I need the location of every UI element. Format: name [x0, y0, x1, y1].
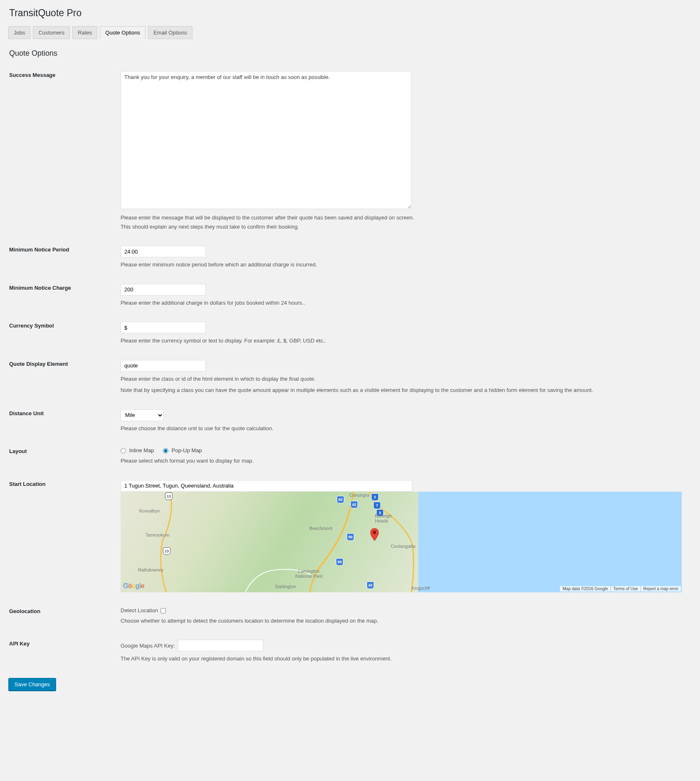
map-place-rathdowney: Rathdowney [138, 567, 163, 572]
api-key-input[interactable] [178, 640, 263, 651]
tab-customers[interactable]: Customers [33, 26, 70, 39]
min-notice-period-input[interactable] [121, 246, 206, 257]
label-distance-unit: Distance Unit [8, 405, 121, 443]
map-place-coolangatta: Coolangatta [391, 544, 415, 549]
google-logo: Google [123, 582, 145, 590]
map-place-darlington: Darlington [275, 584, 296, 589]
layout-inline-label[interactable]: Inline Map [121, 447, 155, 453]
geolocation-checkbox-label: Detect Location [121, 607, 158, 613]
label-min-notice-period: Minimum Notice Period [8, 241, 121, 280]
map-place-burleigh: Burleigh Heads [375, 513, 392, 523]
label-start-location: Start Location [8, 476, 121, 603]
success-message-textarea[interactable] [121, 71, 412, 209]
map-preview[interactable]: 60 42 2 7 3 99 99 42 13 13 Kooralbyn Tam… [121, 492, 682, 592]
layout-inline-radio[interactable] [121, 448, 126, 453]
quote-display-element-input[interactable] [121, 360, 206, 372]
label-min-notice-charge: Minimum Notice Charge [8, 280, 121, 318]
map-marker-icon [370, 528, 379, 541]
map-place-kooralbyn: Kooralbyn [139, 508, 160, 513]
tab-rates[interactable]: Rates [72, 26, 97, 39]
label-success-message: Success Message [8, 67, 121, 241]
page-title: TransitQuote Pro [9, 7, 692, 19]
save-changes-button[interactable]: Save Changes [8, 678, 56, 691]
desc-min-notice-period: Please enter minimum notice period befor… [121, 261, 688, 269]
nav-tabs: Jobs Customers Rates Quote Options Email… [8, 26, 692, 39]
label-api-key: API Key [8, 636, 121, 674]
currency-symbol-input[interactable] [121, 322, 206, 333]
layout-radio-group: Inline Map Pop-Up Map [121, 447, 688, 453]
api-key-inline-label: Google Maps API Key: [121, 643, 175, 649]
desc-min-notice-charge: Please enter the additional charge in do… [121, 299, 688, 307]
map-place-tamrookum: Tamrookum [145, 532, 169, 537]
desc-geolocation: Choose whether to attempt to detect the … [121, 617, 688, 625]
map-credits-data: Map data ©2016 Google [560, 586, 610, 591]
label-geolocation: Geolocation [8, 603, 121, 636]
map-credits-terms[interactable]: Terms of Use [611, 586, 641, 591]
distance-unit-select[interactable]: Mile [121, 409, 164, 421]
map-place-canungra: Canungra [349, 493, 369, 498]
desc-distance-unit: Please choose the distance unit to use f… [121, 424, 688, 433]
layout-popup-radio[interactable] [163, 448, 168, 453]
map-place-beechmont: Beechmont [309, 526, 333, 531]
desc-success-message-2: This should explain any next steps they … [121, 223, 688, 231]
layout-popup-text: Pop-Up Map [172, 447, 202, 453]
desc-api-key: The API Key is only valid on your regist… [121, 655, 688, 663]
svg-point-0 [373, 531, 376, 534]
tab-email-options[interactable]: Email Options [148, 26, 192, 39]
label-quote-display-element: Quote Display Element [8, 356, 121, 405]
map-place-kingscliff: Kingscliff [412, 586, 430, 591]
layout-popup-label[interactable]: Pop-Up Map [163, 447, 202, 453]
desc-currency-symbol: Please enter the currency symbol or text… [121, 337, 688, 345]
map-credits: Map data ©2016 Google Terms of Use Repor… [560, 586, 681, 591]
desc-quote-display-element-2: Note that by specifying a class you can … [121, 386, 688, 394]
tab-jobs[interactable]: Jobs [8, 26, 30, 39]
section-title: Quote Options [9, 49, 692, 58]
map-credits-report[interactable]: Report a map error [641, 586, 681, 591]
geolocation-checkbox[interactable] [160, 608, 166, 613]
label-layout: Layout [8, 443, 121, 476]
label-currency-symbol: Currency Symbol [8, 318, 121, 356]
desc-layout: Please select which format you want to d… [121, 457, 688, 465]
desc-success-message-1: Please enter the message that will be di… [121, 214, 688, 222]
settings-form: Success Message Please enter the message… [8, 67, 692, 674]
desc-quote-display-element-1: Please enter the class or id of the html… [121, 375, 688, 383]
min-notice-charge-input[interactable] [121, 284, 206, 296]
geolocation-checkbox-wrap: Detect Location [121, 607, 166, 613]
start-location-input[interactable] [121, 480, 412, 492]
layout-inline-text: Inline Map [129, 447, 154, 453]
tab-quote-options[interactable]: Quote Options [100, 26, 145, 39]
map-place-lamington: Lamington National Park [295, 569, 323, 579]
